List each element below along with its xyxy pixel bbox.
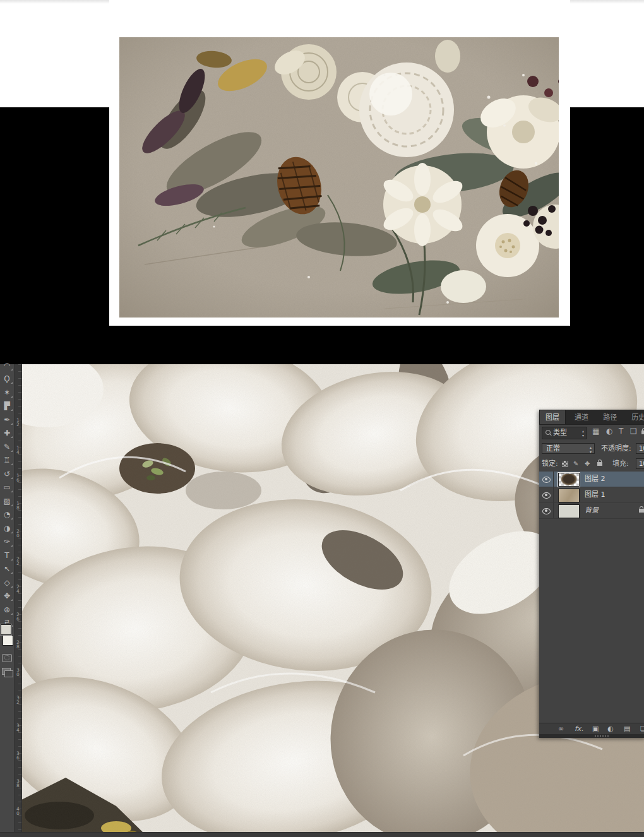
chevron-updown-icon: ▴▾ bbox=[582, 429, 584, 437]
blend-mode-value: 正常 bbox=[546, 444, 560, 453]
ruler-label: 18 bbox=[15, 501, 21, 509]
eye-icon[interactable] bbox=[542, 477, 551, 483]
visibility-cell[interactable] bbox=[539, 487, 554, 502]
magic-wand-tool[interactable]: ✶ bbox=[0, 386, 14, 399]
layer-name[interactable]: 图层 1 bbox=[585, 487, 605, 502]
filter-pin-icon[interactable] bbox=[641, 430, 644, 434]
panel-resize-grip[interactable] bbox=[539, 734, 644, 738]
type-tool[interactable]: T bbox=[0, 549, 14, 562]
eye-icon[interactable] bbox=[542, 508, 551, 514]
ruler-label: 14 bbox=[15, 445, 21, 454]
ruler-label: 28 bbox=[15, 639, 21, 648]
lasso-tool[interactable]: Ϙ bbox=[0, 372, 14, 385]
layers-panel-footer: ∞ fx. ▣ ◐ ▤ ❏ bbox=[539, 723, 644, 735]
layer-name[interactable]: 背景 bbox=[585, 503, 599, 518]
layer-thumbnail[interactable] bbox=[558, 504, 580, 518]
foreground-color-swatch[interactable] bbox=[1, 624, 11, 635]
ruler-label: 30 bbox=[15, 667, 21, 676]
lock-pixels-icon[interactable]: ✎ bbox=[573, 460, 578, 468]
picture-filter-icon[interactable]: ▦ bbox=[592, 427, 599, 436]
layer-group-icon[interactable]: ▤ bbox=[624, 723, 630, 735]
path-select-tool[interactable]: ↖ bbox=[0, 562, 14, 575]
layer-thumbnail[interactable] bbox=[558, 489, 580, 502]
layer-row-2[interactable]: 图层 2 bbox=[539, 472, 644, 487]
ruler-label: 38 bbox=[15, 778, 21, 787]
hand-tool[interactable]: ✥ bbox=[0, 590, 14, 602]
smart-object-filter-icon[interactable]: ❑ bbox=[630, 427, 637, 436]
gradient-tool[interactable]: ▨ bbox=[0, 495, 14, 508]
filter-type-dropdown[interactable]: 类型 ▴▾ bbox=[542, 427, 587, 439]
lock-label: 锁定: bbox=[542, 456, 558, 472]
eraser-tool[interactable]: ▭ bbox=[0, 481, 14, 494]
eye-icon[interactable] bbox=[542, 492, 551, 499]
ruler-label: 16 bbox=[15, 473, 21, 482]
tab-layers[interactable]: 图层 bbox=[539, 410, 566, 424]
screenshot-stage: ◠ Ϙ ✶ ▛ ✒ ✚ ✎ ♖ ↺ ▭ ▨ ◔ ◑ ✑ T ↖ ◇ ✥ ⊕ ⇄ bbox=[0, 0, 644, 837]
layer-mask-icon[interactable]: ▣ bbox=[592, 723, 599, 735]
eyedropper-tool[interactable]: ✒ bbox=[0, 413, 14, 426]
ruler-label: 24 bbox=[15, 584, 21, 593]
partial-tool[interactable]: ◠ bbox=[0, 359, 14, 372]
opacity-label: 不透明度: bbox=[601, 441, 631, 456]
screen-mode-button[interactable] bbox=[2, 668, 11, 675]
vertical-ruler: 12 14 16 18 20 22 24 26 28 30 32 34 36 3… bbox=[15, 364, 22, 837]
lock-transparency-icon[interactable] bbox=[562, 461, 568, 467]
color-swatches[interactable] bbox=[1, 624, 13, 646]
background-color-swatch[interactable] bbox=[3, 635, 13, 646]
ruler-label: 22 bbox=[15, 556, 21, 565]
ruler-label: 12 bbox=[15, 417, 21, 426]
window-bottom-bar bbox=[0, 832, 644, 837]
artwork-card bbox=[109, 0, 570, 326]
ruler-label: 36 bbox=[15, 751, 21, 759]
lock-all-icon[interactable] bbox=[597, 462, 602, 466]
opacity-value[interactable]: 100 bbox=[636, 443, 644, 454]
layer-row-background[interactable]: 背景 bbox=[539, 503, 644, 519]
healing-brush-tool[interactable]: ✚ bbox=[0, 427, 14, 439]
background-lock-icon bbox=[639, 509, 644, 513]
visibility-cell[interactable] bbox=[539, 503, 554, 518]
blend-mode-dropdown[interactable]: 正常 ▴▾ bbox=[542, 443, 595, 454]
ruler-label: 32 bbox=[15, 695, 21, 704]
fill-label: 填充: bbox=[612, 456, 629, 472]
chevron-updown-icon: ▴▾ bbox=[590, 445, 592, 454]
visibility-cell[interactable] bbox=[539, 472, 554, 487]
layer-effects-icon[interactable]: fx. bbox=[575, 723, 583, 735]
tool-palette: ◠ Ϙ ✶ ▛ ✒ ✚ ✎ ♖ ↺ ▭ ▨ ◔ ◑ ✑ T ↖ ◇ ✥ ⊕ ⇄ bbox=[0, 364, 15, 837]
fill-value[interactable]: 100 bbox=[636, 458, 644, 469]
brush-tool[interactable]: ✎ bbox=[0, 441, 14, 453]
filter-type-label: 类型 bbox=[553, 427, 567, 438]
tab-paths[interactable]: 路径 bbox=[597, 410, 623, 424]
shape-tool[interactable]: ◇ bbox=[0, 576, 14, 589]
zoom-tool[interactable]: ⊕ bbox=[0, 603, 14, 616]
blend-mode-row: 正常 ▴▾ 不透明度: 100 bbox=[539, 441, 644, 456]
adjustment-filter-icon[interactable]: ◐ bbox=[606, 427, 612, 436]
layers-panel: 图层 通道 路径 历史记录 类型 ▴▾ ▦ ◐ T ❑ 正常 bbox=[539, 410, 644, 738]
layer-list: 图层 2 图层 1 背景 bbox=[539, 472, 644, 519]
layer-filter-row: 类型 ▴▾ ▦ ◐ T ❑ bbox=[539, 425, 644, 441]
panel-tab-bar: 图层 通道 路径 历史记录 bbox=[539, 410, 644, 425]
blur-tool[interactable]: ◔ bbox=[0, 508, 14, 521]
lock-position-icon[interactable]: ✥ bbox=[585, 460, 590, 468]
layer-row-1[interactable]: 图层 1 bbox=[539, 487, 644, 503]
layer-name[interactable]: 图层 2 bbox=[585, 472, 605, 487]
ruler-label: 20 bbox=[15, 528, 21, 537]
ruler-label: 26 bbox=[15, 612, 21, 620]
tab-history[interactable]: 历史记录 bbox=[626, 410, 644, 424]
clone-stamp-tool[interactable]: ♖ bbox=[0, 454, 14, 466]
dodge-tool[interactable]: ◑ bbox=[0, 522, 14, 535]
layer-thumbnail[interactable] bbox=[558, 473, 580, 487]
bouquet-artwork-image bbox=[119, 37, 559, 318]
quick-mask-button[interactable] bbox=[2, 654, 12, 662]
lock-row: 锁定: ✎ ✥ 填充: 100 bbox=[539, 456, 644, 472]
crop-tool[interactable]: ▛ bbox=[0, 400, 14, 412]
tab-channels[interactable]: 通道 bbox=[569, 410, 594, 424]
ruler-label: 34 bbox=[15, 723, 21, 732]
link-layers-icon[interactable]: ∞ bbox=[558, 723, 564, 735]
type-filter-icon[interactable]: T bbox=[619, 427, 623, 436]
history-brush-tool[interactable]: ↺ bbox=[0, 468, 14, 480]
new-layer-icon[interactable]: ❏ bbox=[640, 723, 644, 735]
adjustment-layer-icon[interactable]: ◐ bbox=[607, 723, 614, 735]
pen-tool[interactable]: ✑ bbox=[0, 535, 14, 548]
search-icon bbox=[546, 430, 551, 435]
ruler-label: 40 bbox=[15, 806, 21, 815]
